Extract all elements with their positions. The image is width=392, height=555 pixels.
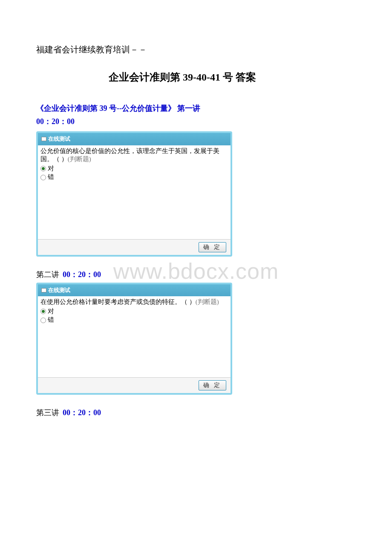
quiz-header-icon (41, 288, 46, 292)
radio-label-true: 对 (48, 307, 54, 316)
question-text-2: 在使用公允价格计量时要考虑资产或负债的特征。（ ）(判断题) (40, 298, 228, 306)
radio-option-true-1[interactable]: 对 (40, 165, 228, 173)
quiz-box-2: 在线测试 在使用公允价格计量时要考虑资产或负债的特征。（ ）(判断题) 对 错 … (36, 283, 232, 395)
quiz-box-1: 在线测试 公允价值的核心是价值的公允性，该理念产生于英国，发展于美国。（ ）(判… (36, 131, 232, 257)
radio-label-false: 错 (48, 316, 54, 324)
main-title: 企业会计准则第 39-40-41 号 答案 (36, 69, 356, 85)
quiz-body-1: 公允价值的核心是价值的公允性，该理念产生于英国，发展于美国。（ ）(判断题) 对… (38, 145, 231, 239)
intro-text: 福建省会计继续教育培训－－ (36, 43, 356, 56)
radio-option-true-2[interactable]: 对 (40, 307, 228, 316)
quiz-body-2: 在使用公允价格计量时要考虑资产或负债的特征。（ ）(判断题) 对 错 (38, 296, 231, 377)
radio-button-icon (40, 309, 46, 314)
radio-option-false-2[interactable]: 错 (40, 316, 228, 324)
section-3-time: 00：20：00 (63, 407, 101, 419)
quiz-header-1: 在线测试 (38, 133, 231, 145)
question-type: (判断题) (196, 298, 219, 305)
section-3-prefix: 第三讲 (36, 407, 59, 419)
radio-label-false: 错 (48, 173, 54, 182)
quiz-header-2: 在线测试 (38, 284, 231, 297)
section-2-time: 00：20：00 (63, 269, 101, 281)
quiz-header-text: 在线测试 (48, 135, 70, 144)
question-text-1: 公允价值的核心是价值的公允性，该理念产生于英国，发展于美国。（ ）(判断题) (40, 147, 228, 164)
question-type: (判断题) (68, 156, 91, 162)
radio-option-false-1[interactable]: 错 (40, 173, 228, 182)
quiz-footer-2: 确 定 (38, 377, 231, 393)
quiz-header-icon (41, 137, 46, 141)
radio-label-true: 对 (48, 165, 54, 173)
section-1-time: 00：20：00 (36, 116, 356, 128)
radio-button-icon (40, 318, 46, 323)
quiz-footer-1: 确 定 (38, 239, 231, 255)
radio-button-icon (40, 175, 46, 180)
section-2-prefix: 第二讲 (36, 269, 59, 281)
confirm-button-2[interactable]: 确 定 (199, 380, 227, 390)
quiz-header-text: 在线测试 (48, 286, 70, 295)
radio-button-icon (40, 166, 46, 171)
question-content: 在使用公允价格计量时要考虑资产或负债的特征。（ ） (40, 298, 196, 305)
section-1-label: 《企业会计准则第 39 号--公允价值计量》 第一讲 (36, 102, 356, 115)
confirm-button-1[interactable]: 确 定 (199, 242, 227, 252)
